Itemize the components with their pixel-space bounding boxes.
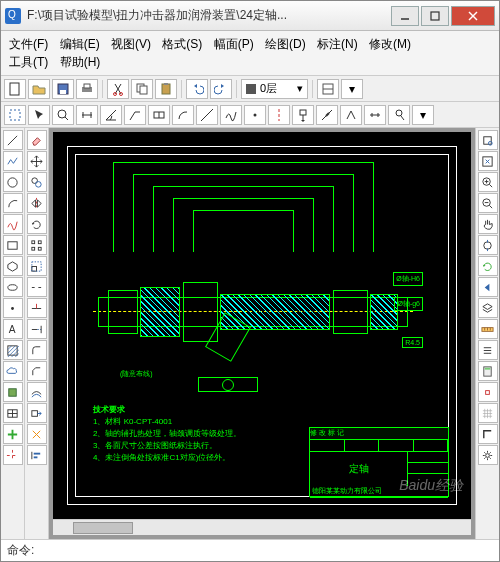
properties-button[interactable] [317, 79, 339, 99]
close-button[interactable] [451, 6, 495, 26]
datum-button[interactable] [292, 105, 314, 125]
move-tool[interactable] [27, 151, 47, 171]
polygon-tool[interactable] [3, 256, 23, 276]
zoom-realtime-tool[interactable] [478, 235, 498, 255]
array-tool[interactable] [27, 235, 47, 255]
menu-edit[interactable]: 编辑(E) [60, 35, 100, 53]
balloon-button[interactable] [388, 105, 410, 125]
redo-button[interactable] [210, 79, 232, 99]
text-tool[interactable]: A [3, 319, 23, 339]
menu-file[interactable]: 文件(F) [9, 35, 48, 53]
trim-tool[interactable] [27, 298, 47, 318]
scale-tool[interactable] [27, 256, 47, 276]
svg-rect-63 [32, 410, 38, 416]
block-tool[interactable] [3, 382, 23, 402]
menu-modify[interactable]: 修改(M) [369, 35, 411, 53]
axis-tool[interactable] [3, 445, 23, 465]
leader-button[interactable] [124, 105, 146, 125]
settings-tool[interactable] [478, 445, 498, 465]
rect-tool[interactable] [3, 235, 23, 255]
calc-tool[interactable] [478, 361, 498, 381]
svg-rect-17 [10, 110, 20, 120]
menu-page[interactable]: 幅面(P) [214, 35, 254, 53]
centerline-button[interactable] [268, 105, 290, 125]
undo-button[interactable] [186, 79, 208, 99]
dim-arc-button[interactable] [172, 105, 194, 125]
zoom-in-tool[interactable] [478, 172, 498, 192]
pan-tool[interactable] [478, 214, 498, 234]
table-tool[interactable] [3, 403, 23, 423]
point-button[interactable] [244, 105, 266, 125]
line-tool[interactable] [3, 130, 23, 150]
view-prev-tool[interactable] [478, 277, 498, 297]
menu-annotate[interactable]: 标注(N) [317, 35, 358, 53]
svg-rect-52 [32, 247, 35, 250]
dim-angle-button[interactable] [100, 105, 122, 125]
save-button[interactable] [52, 79, 74, 99]
copy-tool[interactable] [27, 172, 47, 192]
command-input[interactable] [38, 543, 493, 558]
shaft-step [108, 290, 138, 334]
menu-view[interactable]: 视图(V) [111, 35, 151, 53]
break-tool[interactable] [27, 277, 47, 297]
select-all-button[interactable] [4, 105, 26, 125]
cut-button[interactable] [107, 79, 129, 99]
surface-button[interactable] [340, 105, 362, 125]
insert-tool[interactable] [3, 424, 23, 444]
hatch-tool[interactable] [3, 340, 23, 360]
spline-tool[interactable] [3, 214, 23, 234]
layer-dropdown[interactable]: 0层▾ [241, 79, 308, 99]
spline-button[interactable] [220, 105, 242, 125]
dim-linear-button[interactable] [76, 105, 98, 125]
zoom-out-tool[interactable] [478, 193, 498, 213]
scrollbar-thumb[interactable] [73, 522, 133, 534]
chamfer-tool[interactable] [27, 361, 47, 381]
stretch-tool[interactable] [27, 403, 47, 423]
list-tool[interactable] [478, 340, 498, 360]
extend-tool[interactable] [27, 319, 47, 339]
zoom-window-tool[interactable] [478, 130, 498, 150]
print-button[interactable] [76, 79, 98, 99]
open-button[interactable] [28, 79, 50, 99]
cloud-tool[interactable] [3, 361, 23, 381]
polyline-tool[interactable] [3, 151, 23, 171]
xline-button[interactable] [196, 105, 218, 125]
circle-tool[interactable] [3, 172, 23, 192]
section-button[interactable] [364, 105, 386, 125]
align-tool[interactable] [27, 445, 47, 465]
more-button[interactable]: ▾ [341, 79, 363, 99]
select-button[interactable] [28, 105, 50, 125]
mirror-tool[interactable] [27, 193, 47, 213]
more-button[interactable]: ▾ [412, 105, 434, 125]
grid-tool[interactable] [478, 403, 498, 423]
menu-help[interactable]: 帮助(H) [60, 53, 101, 71]
redraw-tool[interactable] [478, 256, 498, 276]
rotate-tool[interactable] [27, 214, 47, 234]
weld-button[interactable] [316, 105, 338, 125]
new-button[interactable] [4, 79, 26, 99]
erase-tool[interactable] [27, 130, 47, 150]
paste-button[interactable] [155, 79, 177, 99]
snap-tool[interactable] [478, 382, 498, 402]
zoom-extents-tool[interactable] [478, 151, 498, 171]
zoom-button[interactable] [52, 105, 74, 125]
maximize-button[interactable] [421, 6, 449, 26]
horizontal-scrollbar[interactable] [53, 519, 471, 535]
copy-button[interactable] [131, 79, 153, 99]
explode-tool[interactable] [27, 424, 47, 444]
measure-tool[interactable] [478, 319, 498, 339]
svg-point-48 [36, 181, 42, 187]
layer-tool[interactable] [478, 298, 498, 318]
ortho-tool[interactable] [478, 424, 498, 444]
drawing-canvas[interactable]: Ø轴-H6 Ø轴-g6 R4.5 (随意布线) 技术要求 1、材料 K0-CPT… [53, 132, 471, 519]
offset-tool[interactable] [27, 382, 47, 402]
menu-format[interactable]: 格式(S) [162, 35, 202, 53]
minimize-button[interactable] [391, 6, 419, 26]
menu-draw[interactable]: 绘图(D) [265, 35, 306, 53]
arc-tool[interactable] [3, 193, 23, 213]
point-tool[interactable] [3, 298, 23, 318]
tolerance-button[interactable] [148, 105, 170, 125]
menu-tools[interactable]: 工具(T) [9, 53, 48, 71]
ellipse-tool[interactable] [3, 277, 23, 297]
fillet-tool[interactable] [27, 340, 47, 360]
